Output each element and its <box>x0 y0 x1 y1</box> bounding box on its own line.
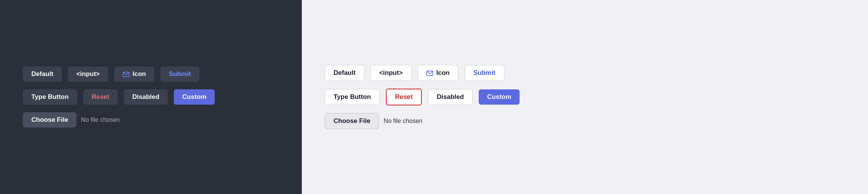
light-row-2: Type Button Reset Disabled Custom <box>325 89 520 105</box>
light-custom-button[interactable]: Custom <box>479 89 520 105</box>
dark-icon-button[interactable]: Icon <box>114 66 154 82</box>
dark-file-row: Choose File No file chosen <box>23 112 120 128</box>
dark-submit-button[interactable]: Submit <box>160 66 199 82</box>
dark-choose-file-button[interactable]: Choose File <box>23 112 76 128</box>
envelope-icon <box>426 69 433 77</box>
light-type-button[interactable]: Type Button <box>325 89 380 105</box>
dark-default-button[interactable]: Default <box>23 66 62 82</box>
dark-row-1: Default <input> Icon Submit <box>23 66 199 82</box>
light-theme-panel: Default <input> Icon Submit Type Button … <box>302 0 868 194</box>
light-choose-file-button[interactable]: Choose File <box>325 113 379 129</box>
dark-reset-button[interactable]: Reset <box>83 89 118 105</box>
dark-no-file-label: No file chosen <box>81 116 120 123</box>
dark-custom-button[interactable]: Custom <box>174 89 215 105</box>
envelope-icon <box>123 70 130 78</box>
light-file-row: Choose File No file chosen <box>325 113 423 129</box>
dark-row-2: Type Button Reset Disabled Custom <box>23 89 215 105</box>
light-row-1: Default <input> Icon Submit <box>325 65 504 81</box>
light-disabled-button[interactable]: Disabled <box>428 89 473 105</box>
light-default-button[interactable]: Default <box>325 65 364 81</box>
dark-type-button[interactable]: Type Button <box>23 89 77 105</box>
light-no-file-label: No file chosen <box>384 118 422 124</box>
light-icon-button[interactable]: Icon <box>418 65 458 81</box>
dark-input-button[interactable]: <input> <box>68 66 108 82</box>
light-reset-button[interactable]: Reset <box>386 89 422 105</box>
dark-theme-panel: Default <input> Icon Submit Type Button … <box>0 0 302 194</box>
light-input-button[interactable]: <input> <box>371 65 411 81</box>
light-submit-button[interactable]: Submit <box>465 65 504 81</box>
dark-disabled-button[interactable]: Disabled <box>124 89 168 105</box>
